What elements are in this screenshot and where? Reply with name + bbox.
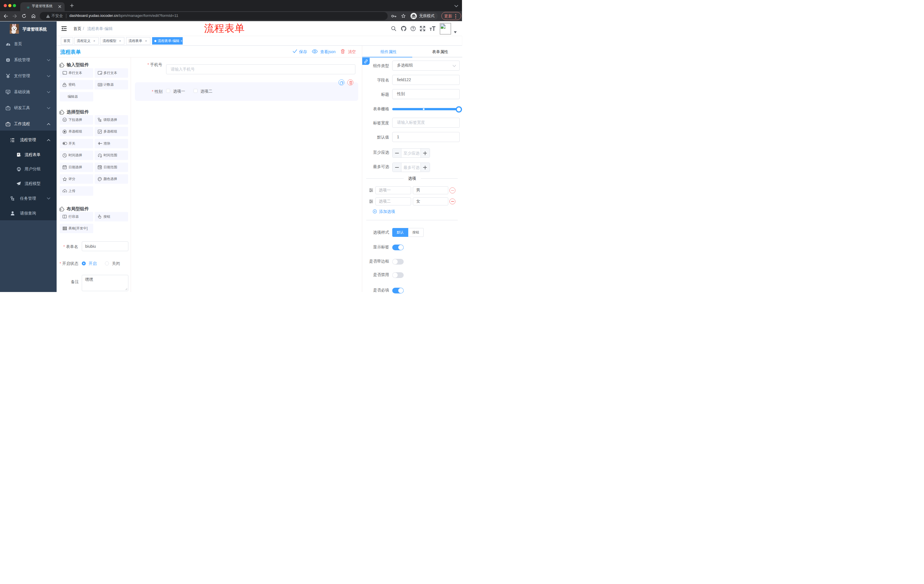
svg-text:123: 123 — [98, 84, 102, 86]
